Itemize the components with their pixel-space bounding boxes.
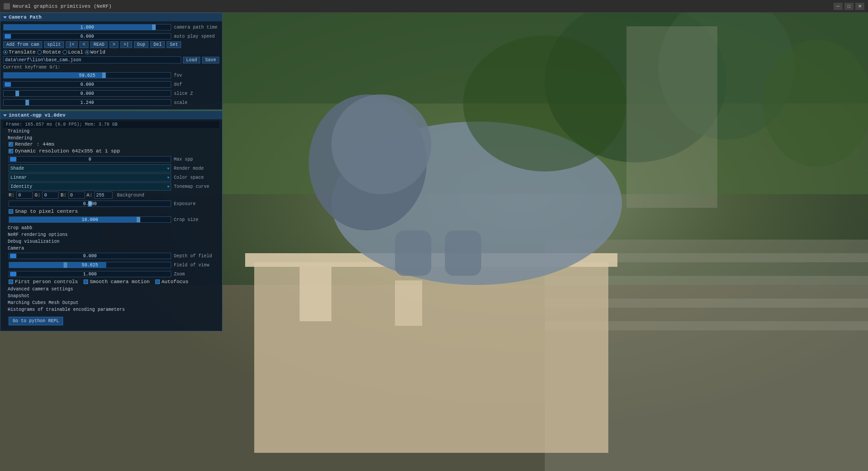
auto-play-speed-slider[interactable]: 0.000 [3, 33, 171, 39]
close-button[interactable]: ✕ [855, 3, 864, 10]
fov-slider[interactable]: 59.625 [3, 72, 171, 78]
crop-aabb-header[interactable]: Crop aabb [3, 225, 219, 231]
color-space-dropdown[interactable]: Linear ▼ [9, 173, 171, 182]
slider-fill [9, 262, 106, 268]
first-button[interactable]: |< [66, 41, 78, 48]
camera-checkboxes-row: First person controls Smooth camera moti… [3, 279, 219, 285]
instant-ngp-section: instant-ngp v1.0dev Frame: 165.857 ms (6… [0, 111, 222, 331]
window-controls[interactable]: ─ □ ✕ [833, 3, 864, 10]
max-spp-slider[interactable]: 0 [9, 156, 171, 162]
snap-to-pixel-row: Snap to pixel centers [3, 209, 219, 214]
autofocus-checkbox[interactable] [155, 280, 160, 284]
tonemap-dropdown[interactable]: Identity ▼ [9, 182, 171, 191]
zoom-value: 1.000 [9, 271, 171, 277]
color-space-row: Linear ▼ Color space [3, 173, 219, 182]
snapshot-header[interactable]: Snapshot [3, 293, 219, 299]
slider-thumb[interactable] [10, 272, 16, 276]
translate-radio-circle [3, 50, 8, 54]
background-r[interactable] [16, 191, 33, 199]
camera-path-time-slider[interactable]: 1.000 [3, 24, 171, 30]
smooth-camera-checkbox[interactable] [84, 280, 88, 284]
collapse-triangle [3, 114, 7, 117]
slice-z-slider[interactable]: 0.000 [3, 90, 171, 97]
histograms-label: Histograms of trainable encoding paramet… [8, 307, 125, 312]
camera-header[interactable]: Camera [3, 245, 219, 252]
slider-fill [9, 217, 138, 222]
file-path-input[interactable] [3, 56, 181, 64]
local-radio[interactable]: Local [63, 49, 83, 55]
slider-thumb[interactable] [10, 157, 16, 162]
crop-size-slider[interactable]: 16.000 [9, 216, 171, 223]
background-a[interactable] [94, 191, 113, 199]
load-button[interactable]: Load [183, 57, 200, 64]
read-button[interactable]: READ [90, 41, 108, 48]
add-from-cam-button[interactable]: Add from cam [3, 41, 42, 48]
marching-cubes-header[interactable]: Marching Cubes Mesh Output [3, 299, 219, 306]
fov-camera-label: Field of view [174, 263, 219, 268]
world-radio[interactable]: World [85, 49, 105, 55]
current-keyframe-label: Current keyframe 0/1: [3, 65, 219, 70]
fov-label: fov [174, 73, 219, 78]
slider-thumb[interactable] [152, 25, 156, 30]
fov-row: 59.625 fov [3, 71, 219, 79]
save-button[interactable]: Save [202, 57, 219, 64]
nerf-rendering-header[interactable]: NeRF rendering options [3, 231, 219, 238]
set-button[interactable]: Set [167, 41, 181, 48]
play-button[interactable]: > [109, 41, 118, 48]
exposure-slider[interactable]: 0.000 [9, 201, 171, 207]
camera-path-buttons-row: Add from cam split |< < READ > >| Dup De… [3, 41, 219, 48]
dynamic-res-checkbox[interactable] [9, 149, 13, 153]
render-label: Render [15, 142, 33, 147]
maximize-button[interactable]: □ [844, 3, 853, 10]
background-b[interactable] [69, 191, 85, 199]
auto-play-speed-row: 0.000 auto play speed [3, 32, 219, 40]
dof-value: 0.000 [4, 82, 171, 87]
scale-slider[interactable]: 1.240 [3, 99, 171, 106]
instant-ngp-header[interactable]: instant-ngp v1.0dev [0, 111, 222, 119]
slider-thumb[interactable] [25, 100, 29, 105]
dynamic-res-row: Dynamic resolution 642x355 at 1 spp [3, 148, 219, 154]
background-label: Background [117, 193, 163, 198]
slider-thumb[interactable] [10, 254, 16, 258]
render-checkbox[interactable] [9, 142, 13, 147]
slider-thumb[interactable] [137, 217, 140, 222]
histograms-header[interactable]: Histograms of trainable encoding paramet… [3, 306, 219, 313]
slider-thumb[interactable] [64, 262, 67, 268]
translate-radio[interactable]: Translate [3, 49, 35, 55]
dup-button[interactable]: Dup [134, 41, 148, 48]
first-person-checkbox[interactable] [9, 280, 13, 284]
scale-label: scale [174, 100, 219, 105]
dof-camera-slider[interactable]: 0.000 [9, 253, 171, 259]
slider-thumb[interactable] [102, 73, 106, 78]
rendering-header[interactable]: Rendering [3, 135, 219, 142]
slice-z-value: 0.000 [4, 91, 171, 96]
zoom-slider[interactable]: 1.000 [9, 271, 171, 277]
fov-camera-slider[interactable]: 59.625 [9, 262, 171, 268]
prev-button[interactable]: < [79, 41, 89, 48]
repl-button[interactable]: Go to python REPL [9, 317, 63, 325]
render-mode-dropdown[interactable]: Shade ▼ [9, 164, 171, 172]
slider-thumb[interactable] [15, 91, 19, 96]
advanced-camera-header[interactable]: Advanced camera settings [3, 286, 219, 293]
training-header[interactable]: Training [3, 128, 219, 135]
debug-viz-header[interactable]: Debug visualization [3, 238, 219, 245]
slider-thumb[interactable] [88, 201, 92, 206]
local-radio-circle [63, 50, 67, 54]
slider-thumb[interactable] [5, 34, 11, 39]
background-g[interactable] [42, 191, 59, 199]
minimize-button[interactable]: ─ [833, 3, 843, 10]
snap-checkbox[interactable] [9, 209, 13, 214]
zoom-row: 1.000 Zoom [3, 270, 219, 278]
slice-z-label: slice Z [174, 91, 219, 96]
exposure-label: Exposure [174, 201, 219, 206]
render-mode-row: Shade ▼ Render mode [3, 164, 219, 172]
camera-path-header[interactable]: Camera Path [0, 13, 222, 21]
dof-slider[interactable]: 0.000 [3, 81, 171, 88]
rotate-radio[interactable]: Rotate [37, 49, 61, 55]
autofocus-label: Autofocus [162, 279, 188, 285]
slider-thumb[interactable] [5, 82, 11, 87]
split-button[interactable]: split [44, 41, 64, 48]
last-button[interactable]: >| [120, 41, 132, 48]
del-button[interactable]: Del [150, 41, 165, 48]
radio-groups-row: Translate Rotate Local World [3, 49, 219, 55]
